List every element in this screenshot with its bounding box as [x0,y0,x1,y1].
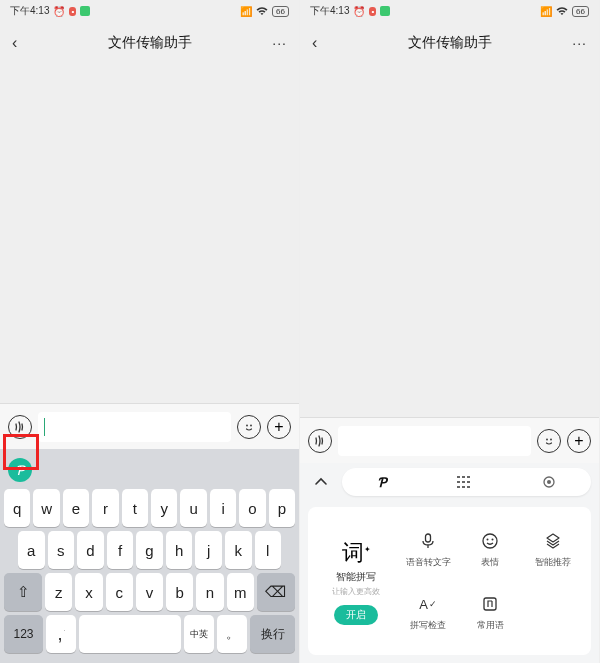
smile-icon [479,530,501,552]
plus-icon[interactable]: + [567,429,591,453]
key-y[interactable]: y [151,489,177,527]
keyboard-toolbar: Ƥ [2,453,297,487]
cell-recommend[interactable]: 智能推荐 [523,519,583,580]
key-a[interactable]: a [18,531,45,569]
key-p[interactable]: p [269,489,295,527]
key-l[interactable]: l [255,531,282,569]
key-t[interactable]: t [122,489,148,527]
key-shift[interactable]: ⇧ [4,573,42,611]
keyboard-row-1: q w e r t y u i o p [2,487,297,529]
mic-icon [417,530,439,552]
cell-empty [523,582,583,643]
more-button[interactable]: ··· [272,35,287,51]
status-badge-red: • [369,7,376,16]
key-backspace[interactable]: ⌫ [257,573,295,611]
sigma-button[interactable]: Ƥ [8,458,32,482]
key-v[interactable]: v [136,573,163,611]
key-h[interactable]: h [166,531,193,569]
svg-rect-5 [462,476,465,478]
key-period[interactable]: 。 [217,615,247,653]
tab-bar: Ƥ [342,468,591,496]
ci-character: 词✦ [342,538,371,568]
tab-grid-icon[interactable] [449,476,479,488]
svg-rect-8 [462,481,465,483]
emoji-icon[interactable] [537,429,561,453]
key-f[interactable]: f [107,531,134,569]
alarm-icon: ⏰ [353,6,365,17]
svg-point-1 [250,424,252,426]
key-b[interactable]: b [166,573,193,611]
more-button[interactable]: ··· [572,35,587,51]
status-badge-red: • [69,7,76,16]
key-n[interactable]: n [196,573,223,611]
keyboard-row-2: a s d f g h j k l [2,529,297,571]
plus-icon[interactable]: + [267,415,291,439]
svg-rect-4 [457,476,460,478]
key-i[interactable]: i [210,489,236,527]
input-bar: + [300,417,599,463]
svg-point-2 [546,438,548,440]
ci-title: 智能拼写 [336,570,376,584]
feature-highlight: 词✦ 智能拼写 让输入更高效 开启 [320,519,392,643]
keyboard-row-4: 123 ,. 中英 。 换行 [2,613,297,659]
cell-spellcheck[interactable]: A✓ 拼写检查 [398,582,458,643]
battery-icon: 66 [272,6,289,17]
key-e[interactable]: e [63,489,89,527]
message-input[interactable] [38,412,231,442]
chat-body [0,64,299,403]
phrase-icon [479,593,501,615]
voice-icon[interactable] [308,429,332,453]
key-comma[interactable]: ,. [46,615,76,653]
key-enter[interactable]: 换行 [250,615,295,653]
svg-point-17 [487,539,489,541]
key-x[interactable]: x [75,573,102,611]
feature-panel: Ƥ 词✦ 智能拼写 让输入更高效 开启 [300,463,599,663]
message-input[interactable] [338,426,531,456]
battery-icon: 66 [572,6,589,17]
key-k[interactable]: k [225,531,252,569]
cell-label: 拼写检查 [410,619,446,632]
key-lang[interactable]: 中英 [184,615,214,653]
svg-rect-7 [457,481,460,483]
key-u[interactable]: u [180,489,206,527]
key-s[interactable]: s [48,531,75,569]
key-z[interactable]: z [45,573,72,611]
stack-icon [542,530,564,552]
voice-icon[interactable] [8,415,32,439]
collapse-icon[interactable] [308,469,334,495]
key-g[interactable]: g [136,531,163,569]
tab-sigma[interactable]: Ƥ [370,475,394,490]
back-button[interactable]: ‹ [12,34,17,52]
status-time: 下午4:13 [10,4,49,18]
tab-gear-icon[interactable] [534,475,564,489]
key-o[interactable]: o [239,489,265,527]
svg-rect-12 [467,486,470,488]
svg-rect-9 [467,481,470,483]
panel-body: 词✦ 智能拼写 让输入更高效 开启 语音转文字 表情 [308,507,591,655]
key-r[interactable]: r [92,489,118,527]
key-123[interactable]: 123 [4,615,43,653]
svg-point-14 [547,480,551,484]
key-q[interactable]: q [4,489,30,527]
key-d[interactable]: d [77,531,104,569]
ci-subtitle: 让输入更高效 [332,586,380,597]
keyboard-row-3: ⇧ z x c v b n m ⌫ [2,571,297,613]
cell-voice-to-text[interactable]: 语音转文字 [398,519,458,580]
svg-rect-19 [484,598,496,610]
key-w[interactable]: w [33,489,59,527]
spell-icon: A✓ [417,593,439,615]
chat-body [300,64,599,417]
key-space[interactable] [79,615,181,653]
key-j[interactable]: j [195,531,222,569]
back-button[interactable]: ‹ [312,34,317,52]
cell-phrases[interactable]: 常用语 [460,582,520,643]
key-m[interactable]: m [227,573,254,611]
chat-header: ‹ 文件传输助手 ··· [300,22,599,64]
enable-button[interactable]: 开启 [334,605,378,625]
panel-tabs: Ƥ [300,463,599,501]
emoji-icon[interactable] [237,415,261,439]
wifi-icon [556,6,568,16]
status-bar: 下午4:13 ⏰ • 📶 66 [300,0,599,22]
key-c[interactable]: c [106,573,133,611]
cell-emoji[interactable]: 表情 [460,519,520,580]
